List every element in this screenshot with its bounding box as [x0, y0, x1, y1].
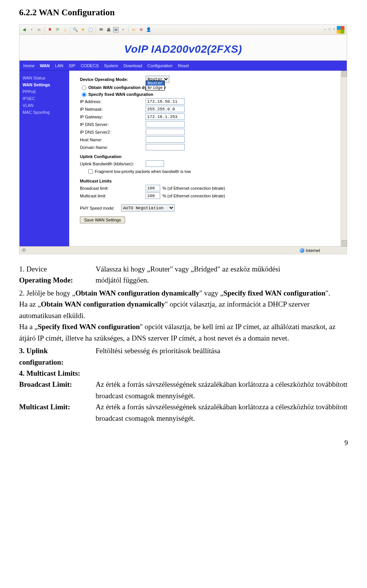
input-netmask[interactable]: [146, 106, 185, 112]
forward-icon[interactable]: ▶: [36, 27, 42, 33]
input-gateway[interactable]: [146, 113, 185, 120]
label-domain: Domain Name:: [80, 145, 146, 150]
text-r4-c1: configuration:: [19, 357, 348, 368]
text-p2b: Ha az „Obtain WAN configuration dynamica…: [19, 299, 348, 321]
text-r1-c1: 1. Device: [19, 263, 96, 275]
msn-icon[interactable]: 👤: [146, 27, 152, 33]
text-r2-c2: módjától függően.: [96, 275, 149, 286]
tab-lan[interactable]: LAN: [55, 63, 63, 68]
section-title: 6.2.2 WAN Configuration: [19, 8, 348, 18]
section-multicast: Multicast Limits: [80, 179, 340, 183]
text-p2c: Ha a „Specify fixed WAN configuration" o…: [19, 321, 348, 344]
input-broadcast-limit[interactable]: [146, 185, 160, 191]
home-icon[interactable]: ⌂: [62, 27, 68, 33]
print-icon[interactable]: 🖶: [106, 27, 112, 33]
suffix-multicast: % (of Ethernet connection bitrate): [162, 194, 225, 198]
label-ip: IP Address:: [80, 99, 146, 104]
tab-codecs[interactable]: CODECS: [81, 63, 99, 68]
folder-icon[interactable]: ▭: [130, 27, 136, 33]
dropdown-icon[interactable]: ▾: [29, 27, 35, 33]
tab-configuration[interactable]: Configuration: [148, 63, 172, 68]
zone-indicator: Internet: [300, 248, 320, 253]
favorites-icon[interactable]: ★: [80, 27, 86, 33]
windows-logo-icon: [337, 26, 344, 34]
label-fragment: Fragment low-priority packets when bandw…: [95, 169, 191, 174]
tab-wan[interactable]: WAN: [40, 63, 50, 68]
status-bar: ⓔ Internet: [19, 246, 347, 254]
suffix-broadcast: % (of Ethernet connection bitrate): [162, 186, 225, 191]
option-bridge[interactable]: Bridge: [146, 86, 164, 90]
label-multicast-limit: Multicast limit:: [80, 194, 146, 198]
select-phy[interactable]: AUTO Negotiation: [121, 204, 175, 212]
text-r1-c2: Válassza ki hogy „Router" vagy „Bridged"…: [96, 263, 280, 275]
body-text: 1. Device Válassza ki hogy „Router" vagy…: [19, 263, 348, 424]
browser-toolbar: ◀ ▾ ▶ ✖ ⟳ ⌂ 🔍 ★ 🕘 ✉ 🖶 W ▾ ▭ ⦿ 👤 –□×: [19, 25, 347, 35]
refresh-icon[interactable]: ⟳: [54, 27, 60, 33]
label-dns1: IP DNS Server:: [80, 122, 146, 127]
label-bandwidth: Uplink Bandwidth (kbits/sec):: [80, 162, 146, 166]
sidebar-item-pppoe[interactable]: PPPoE: [23, 88, 66, 95]
input-multicast-limit[interactable]: [146, 192, 160, 199]
ie-icon: ⓔ: [22, 247, 26, 253]
zone-label: Internet: [306, 248, 320, 253]
back-icon[interactable]: ◀: [21, 27, 27, 33]
label-dns2: IP DNS Server2:: [80, 130, 146, 134]
text-r7-c2: Az érték a forrás sávszélességének száza…: [96, 401, 348, 424]
radio-obtain-dynamic[interactable]: [82, 86, 86, 90]
main-tabs: Home WAN LAN SIP CODECS System Download …: [19, 61, 347, 71]
product-name: VoIP IAD200v02(2FXS): [124, 43, 242, 55]
stop-icon[interactable]: ✖: [47, 27, 53, 33]
option-router[interactable]: Router: [146, 81, 164, 86]
label-specify-fixed: Specify fixed WAN configuration: [88, 92, 153, 97]
input-dns2[interactable]: [146, 129, 185, 135]
text-r6-c1: Broadcast Limit:: [19, 379, 96, 401]
text-p2a: 2. Jelölje be hogy „Obtain WAN configura…: [19, 288, 348, 299]
input-hostname[interactable]: [146, 136, 185, 143]
window-controls[interactable]: –□×: [324, 27, 335, 31]
scrollbar[interactable]: [341, 71, 347, 246]
text-r5-c1: 4. Multicast Limits:: [19, 368, 348, 379]
page-number: 9: [19, 439, 348, 447]
sidebar-item-ipsec[interactable]: IPSEC: [23, 95, 66, 102]
globe-icon: [300, 248, 304, 253]
text-r3-c1: 3. Uplink: [19, 345, 96, 356]
input-domain[interactable]: [146, 144, 185, 150]
text-r7-c1: Multicast Limit:: [19, 401, 96, 424]
sidebar-item-mac-spoofing[interactable]: MAC Spoofing: [23, 109, 66, 116]
cc-icon[interactable]: ⦿: [138, 27, 144, 33]
radio-specify-fixed[interactable]: [82, 92, 86, 97]
save-button[interactable]: Save WAN Settings: [80, 216, 125, 223]
label-netmask: IP Netmask:: [80, 107, 146, 111]
tab-reset[interactable]: Reset: [178, 63, 189, 68]
label-gateway: IP Gateway:: [80, 115, 146, 119]
input-ip[interactable]: [146, 98, 185, 105]
history-icon[interactable]: 🕘: [88, 27, 94, 33]
text-r6-c2: Az érték a forrás sávszélességének száza…: [96, 379, 348, 401]
word-icon[interactable]: W: [113, 27, 119, 32]
label-device-mode: Device Operating Mode:: [80, 77, 146, 82]
page-header: VoIP IAD200v02(2FXS): [19, 35, 347, 61]
input-dns1[interactable]: [146, 121, 185, 128]
section-uplink: Uplink Configuration: [80, 154, 340, 159]
mail-icon[interactable]: ✉: [98, 27, 104, 33]
sidebar-item-wan-status[interactable]: WAN Status: [23, 74, 66, 81]
checkbox-fragment[interactable]: [88, 169, 93, 174]
content-form: Device Operating Mode: Router Router Bri…: [69, 71, 347, 246]
dropdown2-icon[interactable]: ▾: [120, 27, 126, 33]
label-hostname: Host Name:: [80, 137, 146, 142]
tab-home[interactable]: Home: [23, 63, 34, 68]
label-phy: PHY Speed mode:: [80, 206, 121, 210]
text-r3-c2: Feltöltési sebesség és prioritások beáll…: [96, 345, 220, 356]
tab-download[interactable]: Download: [123, 63, 142, 68]
dropdown-open-options[interactable]: Router Bridge: [146, 81, 165, 90]
main-area: WAN Status WAN Settings PPPoE IPSEC VLAN…: [19, 71, 347, 246]
embedded-screenshot: ◀ ▾ ▶ ✖ ⟳ ⌂ 🔍 ★ 🕘 ✉ 🖶 W ▾ ▭ ⦿ 👤 –□× VoIP…: [19, 24, 347, 254]
text-r2-c1: Operating Mode:: [19, 275, 96, 286]
sidebar-item-wan-settings[interactable]: WAN Settings: [23, 81, 66, 88]
label-broadcast-limit: Broadcast limit:: [80, 186, 146, 191]
search-icon[interactable]: 🔍: [72, 27, 78, 33]
input-bandwidth[interactable]: [146, 160, 164, 167]
tab-sip[interactable]: SIP: [68, 63, 75, 68]
tab-system[interactable]: System: [104, 63, 118, 68]
sidebar-item-vlan[interactable]: VLAN: [23, 102, 66, 109]
